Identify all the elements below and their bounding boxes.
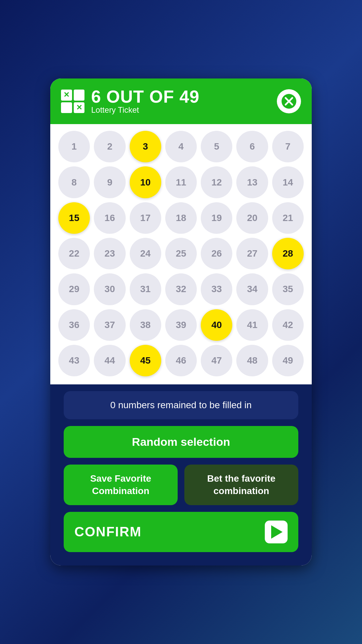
number-ball-12[interactable]: 12 [201,166,232,198]
close-icon [282,94,296,109]
number-ball-41[interactable]: 41 [236,309,268,341]
number-ball-47[interactable]: 47 [201,345,232,376]
action-row: Save Favorite Combination Bet the favori… [64,465,298,505]
status-text: 0 numbers remained to be filled in [110,400,252,410]
logo-cell-3 [61,102,72,113]
play-triangle-icon [271,525,283,539]
number-ball-35[interactable]: 35 [272,273,304,305]
number-ball-16[interactable]: 16 [94,202,125,234]
number-ball-23[interactable]: 23 [94,238,125,269]
number-ball-37[interactable]: 37 [94,309,125,341]
number-ball-8[interactable]: 8 [58,166,90,198]
number-ball-11[interactable]: 11 [165,166,197,198]
status-box: 0 numbers remained to be filled in [64,391,298,419]
numbers-grid: 1234567891011121314151617181920212223242… [50,124,312,384]
number-ball-31[interactable]: 31 [130,273,161,305]
bet-favorite-button[interactable]: Bet the favorite combination [184,465,298,505]
save-favorite-button[interactable]: Save Favorite Combination [64,465,178,505]
number-ball-39[interactable]: 39 [165,309,197,341]
number-ball-4[interactable]: 4 [165,131,197,162]
logo-cell-2 [74,90,85,101]
number-ball-44[interactable]: 44 [94,345,125,376]
bottom-section: 0 numbers remained to be filled in Rando… [50,384,312,566]
number-ball-21[interactable]: 21 [272,202,304,234]
logo-icon: ✕ ✕ [61,90,84,113]
number-ball-27[interactable]: 27 [236,238,268,269]
number-ball-17[interactable]: 17 [130,202,161,234]
header: ✕ ✕ 6 OUT OF 49 Lottery Ticket [50,78,312,124]
number-ball-15[interactable]: 15 [58,202,90,234]
main-card: ✕ ✕ 6 OUT OF 49 Lottery Ticket 123456789… [50,78,312,566]
number-ball-26[interactable]: 26 [201,238,232,269]
logo-cell-1: ✕ [61,90,72,101]
number-ball-1[interactable]: 1 [58,131,90,162]
number-ball-48[interactable]: 48 [236,345,268,376]
number-ball-28[interactable]: 28 [272,238,304,269]
number-ball-49[interactable]: 49 [272,345,304,376]
number-ball-14[interactable]: 14 [272,166,304,198]
number-ball-46[interactable]: 46 [165,345,197,376]
number-ball-2[interactable]: 2 [94,131,125,162]
number-ball-32[interactable]: 32 [165,273,197,305]
logo-cell-4: ✕ [74,102,85,113]
header-title-block: 6 OUT OF 49 Lottery Ticket [91,88,199,115]
number-ball-42[interactable]: 42 [272,309,304,341]
header-left: ✕ ✕ 6 OUT OF 49 Lottery Ticket [61,88,199,115]
number-ball-19[interactable]: 19 [201,202,232,234]
random-selection-button[interactable]: Random selection [64,426,298,458]
header-subtitle: Lottery Ticket [91,105,199,115]
number-ball-45[interactable]: 45 [130,345,161,376]
number-ball-40[interactable]: 40 [201,309,232,341]
number-ball-13[interactable]: 13 [236,166,268,198]
number-ball-25[interactable]: 25 [165,238,197,269]
number-ball-43[interactable]: 43 [58,345,90,376]
number-ball-34[interactable]: 34 [236,273,268,305]
confirm-button[interactable]: CONFIRM [64,512,298,552]
number-ball-10[interactable]: 10 [130,166,161,198]
number-ball-30[interactable]: 30 [94,273,125,305]
number-ball-38[interactable]: 38 [130,309,161,341]
number-ball-29[interactable]: 29 [58,273,90,305]
confirm-label: CONFIRM [74,524,142,539]
number-ball-6[interactable]: 6 [236,131,268,162]
confirm-icon [265,521,288,543]
number-ball-36[interactable]: 36 [58,309,90,341]
number-ball-9[interactable]: 9 [94,166,125,198]
number-ball-5[interactable]: 5 [201,131,232,162]
close-button[interactable] [277,89,301,113]
header-title: 6 OUT OF 49 [91,88,199,105]
number-ball-24[interactable]: 24 [130,238,161,269]
number-ball-3[interactable]: 3 [130,131,161,162]
number-ball-18[interactable]: 18 [165,202,197,234]
number-ball-7[interactable]: 7 [272,131,304,162]
number-ball-22[interactable]: 22 [58,238,90,269]
number-ball-20[interactable]: 20 [236,202,268,234]
number-ball-33[interactable]: 33 [201,273,232,305]
